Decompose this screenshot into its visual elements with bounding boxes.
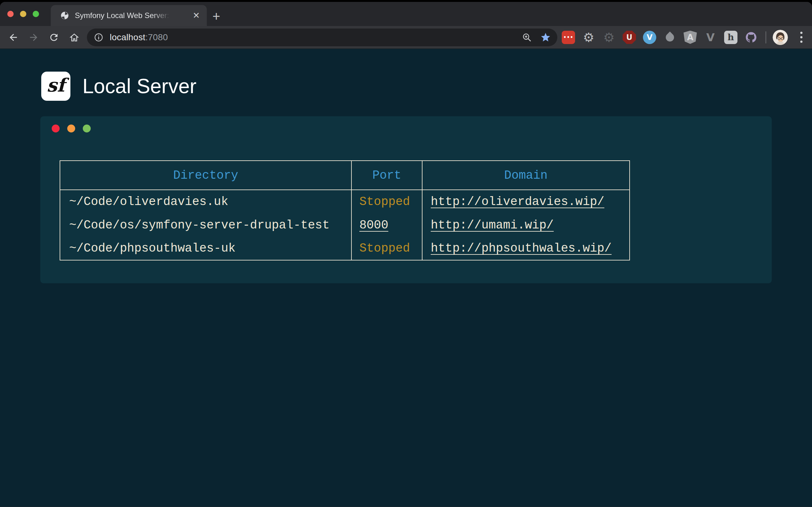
browser-toolbar: localhost:7080 ••• ⚙ ⚙ U V A V h xyxy=(0,26,812,49)
table-row: ~/Code/oliverdavies.uk Stopped http://ol… xyxy=(60,190,629,213)
h-extension-icon[interactable]: h xyxy=(724,31,738,44)
tab-close-icon[interactable]: ✕ xyxy=(193,11,200,20)
card-traffic-dots xyxy=(52,124,91,132)
server-card: Directory Port Domain ~/Code/oliverdavie… xyxy=(40,116,772,283)
bookmark-star-icon[interactable] xyxy=(540,32,551,43)
orange-dot-icon xyxy=(67,124,75,132)
home-icon xyxy=(69,32,80,43)
url-port: :7080 xyxy=(145,32,168,42)
tab-title: Symfony Local Web Server: Prox xyxy=(75,11,170,20)
browser-window: Symfony Local Web Server: Prox ✕ + xyxy=(0,2,812,507)
port-link[interactable]: 8000 xyxy=(359,218,388,232)
port-status: Stopped xyxy=(359,195,410,209)
home-button[interactable] xyxy=(64,26,84,49)
ublock-extension-icon[interactable]: U xyxy=(623,31,636,44)
domain-link[interactable]: http://oliverdavies.wip/ xyxy=(431,195,604,209)
directory-cell: ~/Code/oliverdavies.uk xyxy=(60,190,351,213)
symfony-logo: sf xyxy=(41,72,70,101)
table-header-row: Directory Port Domain xyxy=(60,161,629,190)
browser-menu-icon[interactable] xyxy=(795,32,808,43)
droplet-icon xyxy=(664,32,676,43)
drupal-extension-icon[interactable] xyxy=(663,31,676,44)
back-arrow-icon xyxy=(8,32,19,43)
angular-extension-icon[interactable]: A xyxy=(683,31,697,44)
column-header-domain: Domain xyxy=(422,161,629,190)
new-tab-button[interactable]: + xyxy=(210,10,223,23)
servers-table: Directory Port Domain ~/Code/oliverdavie… xyxy=(60,160,630,261)
back-button[interactable] xyxy=(3,26,23,49)
octocat-icon xyxy=(745,31,757,44)
site-info-icon[interactable] xyxy=(94,33,103,42)
page-title: Local Server xyxy=(83,74,196,98)
profile-avatar[interactable] xyxy=(773,30,788,45)
brand-header: sf Local Server xyxy=(41,72,196,101)
gear-disabled-extension-icon[interactable]: ⚙ xyxy=(602,31,616,44)
directory-cell: ~/Code/os/symfony-server-drupal-test xyxy=(60,213,351,237)
vimium-extension-icon[interactable]: V xyxy=(643,31,656,44)
github-extension-icon[interactable] xyxy=(745,31,758,44)
forward-arrow-icon xyxy=(28,32,39,43)
red-dot-icon xyxy=(52,124,60,132)
reload-icon xyxy=(49,32,59,43)
symfony-logo-glyph: sf xyxy=(47,74,65,96)
page-content: sf Local Server Directory Port Domain xyxy=(0,49,812,507)
port-status: Stopped xyxy=(359,241,410,255)
browser-tab[interactable]: Symfony Local Web Server: Prox ✕ xyxy=(51,5,207,26)
window-zoom-button[interactable] xyxy=(33,11,39,17)
forward-button[interactable] xyxy=(23,26,44,49)
page-zoom-icon[interactable] xyxy=(522,32,532,43)
directory-cell: ~/Code/phpsouthwales-uk xyxy=(60,237,351,260)
window-close-button[interactable] xyxy=(7,11,14,17)
column-header-port: Port xyxy=(351,161,422,190)
column-header-directory: Directory xyxy=(60,161,351,190)
address-bar[interactable]: localhost:7080 xyxy=(87,29,557,46)
table-row: ~/Code/os/symfony-server-drupal-test 800… xyxy=(60,213,629,237)
toolbar-separator xyxy=(765,32,766,43)
domain-link[interactable]: http://umami.wip/ xyxy=(431,218,554,232)
table-row: ~/Code/phpsouthwales-uk Stopped http://p… xyxy=(60,237,629,260)
gear-extension-icon[interactable]: ⚙ xyxy=(582,31,595,44)
globe-favicon-icon xyxy=(60,11,69,20)
window-controls xyxy=(7,11,39,17)
window-minimize-button[interactable] xyxy=(20,11,26,17)
url-host: localhost xyxy=(110,32,145,42)
lastpass-extension-icon[interactable]: ••• xyxy=(562,31,575,44)
green-dot-icon xyxy=(83,124,91,132)
reload-button[interactable] xyxy=(44,26,64,49)
url-text: localhost:7080 xyxy=(110,32,168,43)
tab-strip: Symfony Local Web Server: Prox ✕ + xyxy=(0,2,812,26)
domain-link[interactable]: http://phpsouthwales.wip/ xyxy=(431,241,612,255)
avatar-illustration xyxy=(773,30,788,45)
extensions-bar: ••• ⚙ ⚙ U V A V h xyxy=(562,31,758,44)
vue-extension-icon[interactable]: V xyxy=(704,31,717,44)
